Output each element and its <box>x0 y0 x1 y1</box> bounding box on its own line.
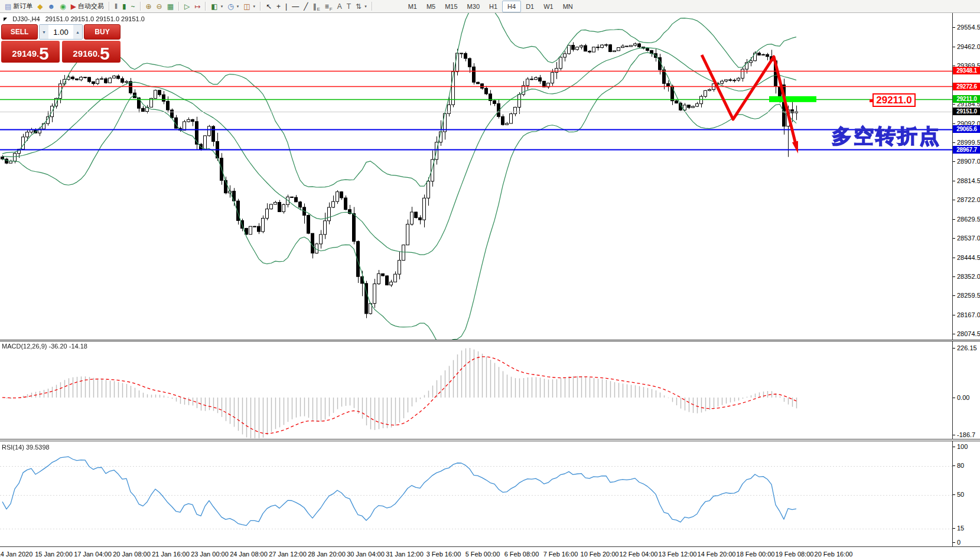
timeframe-h1[interactable]: H1 <box>484 1 502 12</box>
timeframe-mn[interactable]: MN <box>558 1 578 12</box>
market-watch-icon: ☻ <box>48 3 56 10</box>
time-tick-label: 14 Jan 2020 <box>0 551 32 558</box>
buy-button[interactable]: BUY <box>84 24 121 40</box>
profiles-icon: ◷ <box>227 3 233 10</box>
autotrading-icon: ▶ <box>71 3 76 10</box>
price-tick: 29554.5 <box>957 24 980 31</box>
auto-scroll-icon: ▷ <box>184 3 190 10</box>
time-tick-label: 28 Jan 20:00 <box>308 551 346 558</box>
line-chart-button[interactable]: ~ <box>129 1 138 12</box>
price-axis[interactable]: 29554.529462.029369.529277.029184.529092… <box>952 13 980 546</box>
price-tick: 28907.0 <box>957 158 980 165</box>
toolbar-group: ↖+|—╱∥E≡FAT⇅▾ <box>263 0 369 12</box>
new-chart-dropdown-icon: ▾ <box>221 4 223 9</box>
zoom-out-button[interactable]: ⊖ <box>154 1 165 12</box>
time-tick-label: 20 Feb 16:00 <box>815 551 853 558</box>
ohlc-values: 29151.0 29151.0 29151.0 29151.0 <box>45 15 145 22</box>
arrows-dropdown-icon: ▾ <box>364 4 367 9</box>
crosshair-button[interactable]: + <box>274 1 283 12</box>
volume-decrease-button[interactable]: ▼ <box>40 25 48 39</box>
tile-windows-button[interactable]: ▦ <box>165 1 176 12</box>
macd-canvas[interactable] <box>0 341 952 438</box>
sell-button[interactable]: SELL <box>1 24 38 40</box>
time-tick-label: 14 Feb 20:00 <box>698 551 736 558</box>
buy-price-int: 29160 <box>73 48 97 58</box>
price-tick: 28167.0 <box>957 311 980 318</box>
macd-axis-tick: -186.7 <box>957 431 975 438</box>
price-tick: 28999.5 <box>957 139 980 146</box>
crosshair-icon: + <box>276 3 281 10</box>
equidistant-channel-letter: E <box>317 6 320 12</box>
volume-input[interactable] <box>48 25 73 39</box>
price-tag: 29065.6 <box>953 125 980 133</box>
timeframe-m1[interactable]: M1 <box>403 1 422 12</box>
sell-price-display[interactable]: 29149.5 <box>1 41 60 63</box>
gold-package-icon: ◆ <box>37 3 43 10</box>
toolbar: ▤新订单◆☻◉▶自动交易‖▮~⊕⊖▦▷↦◧▾◷▾◫▾↖+|—╱∥E≡FAT⇅▾M… <box>0 0 980 13</box>
text-label-icon: T <box>347 3 351 10</box>
rsi-axis-tick: 100 <box>957 443 968 450</box>
trendline-icon: ╱ <box>304 3 308 10</box>
pane-separator[interactable] <box>0 340 980 341</box>
auto-scroll-button[interactable]: ▷ <box>182 1 192 12</box>
fibonacci-button[interactable]: ≡F <box>323 1 335 12</box>
volume-stepper: ▼ ▲ <box>39 24 83 40</box>
macd-axis-tick: 226.15 <box>957 344 977 351</box>
bar-chart-button[interactable]: ‖ <box>112 1 120 12</box>
arrows-button[interactable]: ⇅▾ <box>353 1 369 12</box>
timeframe-m15[interactable]: M15 <box>440 1 462 12</box>
rsi-axis-tick: 15 <box>957 525 964 532</box>
macd-axis-tick: 0.00 <box>957 394 969 401</box>
profiles-dropdown-icon: ▾ <box>237 4 239 9</box>
new-chart-button[interactable]: ◧▾ <box>209 1 225 12</box>
main-chart-canvas[interactable] <box>0 13 952 340</box>
time-tick-label: 3 Feb 16:00 <box>426 551 461 558</box>
candlestick-chart-button[interactable]: ▮ <box>120 1 129 12</box>
signal-button[interactable]: ◉ <box>57 1 68 12</box>
market-watch-button[interactable]: ☻ <box>45 1 58 12</box>
timeframe-d1[interactable]: D1 <box>521 1 539 12</box>
price-tag: 29348.1 <box>953 67 980 74</box>
gold-package-button[interactable]: ◆ <box>35 1 45 12</box>
rsi-axis-tick: 50 <box>957 491 964 498</box>
toolbar-group: ⊕⊖▦ <box>144 0 176 12</box>
time-tick-label: 15 Jan 20:00 <box>35 551 73 558</box>
sell-price-int: 29149 <box>12 48 37 58</box>
buy-price-display[interactable]: 29160.5 <box>62 41 121 63</box>
profiles-button[interactable]: ◷▾ <box>225 1 241 12</box>
timeframe-h4[interactable]: H4 <box>502 1 521 12</box>
price-tick: 28444.5 <box>957 254 980 261</box>
time-tick-label: 20 Jan 08:00 <box>113 551 151 558</box>
rsi-canvas[interactable] <box>0 442 952 546</box>
text-label-button[interactable]: T <box>344 1 353 12</box>
time-tick-label: 24 Jan 08:00 <box>230 551 268 558</box>
timeframe-m5[interactable]: M5 <box>422 1 440 12</box>
zoom-in-button[interactable]: ⊕ <box>144 1 154 12</box>
trendline-button[interactable]: ╱ <box>301 1 310 12</box>
indicators-dropdown-icon: ▾ <box>253 4 256 9</box>
toolbar-separator <box>205 2 206 11</box>
cursor-button[interactable]: ↖ <box>263 1 274 12</box>
chart-shift-button[interactable]: ↦ <box>192 1 203 12</box>
toolbar-separator <box>372 2 373 11</box>
price-tag: 29151.0 <box>953 108 980 115</box>
equidistant-channel-button[interactable]: ∥E <box>310 1 322 12</box>
vertical-line-button[interactable]: | <box>283 1 289 12</box>
volume-increase-button[interactable]: ▲ <box>73 25 82 39</box>
symbol-ohlc-line: ◤ DJ30-,H4 29151.0 29151.0 29151.0 29151… <box>4 15 145 22</box>
pane-separator[interactable] <box>0 439 980 441</box>
horizontal-line-button[interactable]: — <box>289 1 301 12</box>
toolbar-separator <box>109 2 110 11</box>
text-button[interactable]: A <box>335 1 344 12</box>
price-tick: 28722.0 <box>957 196 980 203</box>
indicators-button[interactable]: ◫▾ <box>241 1 258 12</box>
new-chart-icon: ◧ <box>211 3 217 10</box>
timeframe-w1[interactable]: W1 <box>539 1 558 12</box>
timeframe-m30[interactable]: M30 <box>463 1 484 12</box>
toolbar-group: ◧▾◷▾◫▾ <box>209 0 258 12</box>
autotrading-button[interactable]: ▶自动交易 <box>69 1 106 12</box>
chart-shift-icon: ↦ <box>194 3 200 10</box>
new-order-button[interactable]: ▤新订单 <box>2 1 35 12</box>
cursor-icon: ↖ <box>266 3 272 10</box>
time-axis[interactable]: 14 Jan 202015 Jan 20:0017 Jan 04:0020 Ja… <box>0 549 980 560</box>
